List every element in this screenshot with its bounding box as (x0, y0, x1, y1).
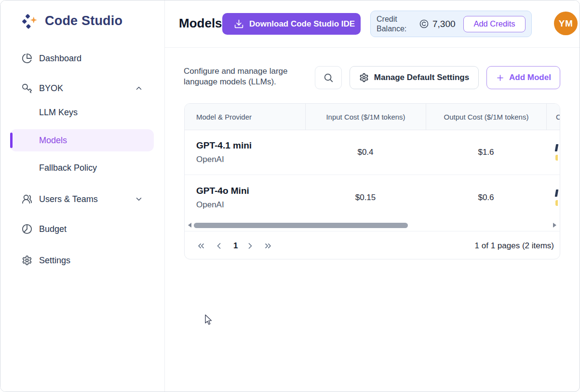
sidebar-item-dashboard[interactable]: Dashboard (0, 49, 165, 68)
horizontal-scrollbar[interactable] (188, 222, 556, 229)
sidebar-item-label: Fallback Policy (39, 163, 97, 173)
clipped-cell-content (546, 130, 560, 175)
sidebar-item-label: Models (39, 135, 67, 146)
pagination-bar: 1 1 of 1 pages (2 items) (185, 231, 560, 259)
table-header-row: Model & Provider Input Cost ($/1M tokens… (185, 104, 560, 130)
scroll-left-arrow-icon[interactable] (188, 223, 191, 228)
table-row[interactable]: GPT-4o Mini OpenAI $0.15 $0.6 (185, 175, 560, 220)
search-icon (323, 72, 334, 83)
pie-chart-icon (22, 53, 32, 64)
manage-default-settings-label: Manage Default Settings (374, 73, 469, 82)
sidebar-item-models[interactable]: Models (0, 129, 165, 151)
code-studio-logo-icon (21, 13, 37, 29)
add-model-label: Add Model (509, 73, 551, 82)
sidebar-item-label: Settings (39, 256, 70, 266)
model-cell: GPT-4o Mini OpenAI (185, 175, 305, 220)
sidebar-item-settings[interactable]: Settings (0, 251, 165, 270)
page-description: Configure and manage large language mode… (184, 66, 287, 87)
first-page-button[interactable] (196, 241, 206, 251)
input-cost-cell: $0.4 (305, 130, 426, 175)
header-divider (165, 47, 580, 48)
input-cost-cell: $0.15 (305, 175, 426, 220)
chevron-up-icon (135, 84, 143, 93)
download-icon (234, 19, 244, 29)
download-ide-label: Download Code Studio IDE (249, 19, 355, 29)
sidebar-item-users-teams[interactable]: Users & Teams (0, 189, 165, 209)
gear-icon (359, 73, 369, 82)
credit-coin-icon (419, 19, 429, 29)
scrollbar-thumb[interactable] (194, 223, 408, 228)
sidebar-item-budget[interactable]: Budget (0, 219, 165, 239)
output-cost-cell: $0.6 (426, 175, 546, 220)
output-cost-cell: $1.6 (426, 130, 546, 175)
model-name: GPT-4o Mini (196, 186, 249, 196)
sidebar-item-label: Budget (39, 224, 67, 234)
model-provider: OpenAI (196, 155, 224, 164)
search-button[interactable] (315, 66, 342, 89)
add-model-button[interactable]: Add Model (486, 66, 560, 89)
pagination-summary: 1 of 1 pages (2 items) (475, 241, 554, 251)
active-item-highlight (10, 129, 154, 151)
description-line-2: language models (LLMs). (184, 77, 276, 86)
sidebar-item-byok[interactable]: BYOK (0, 79, 165, 98)
sidebar-item-label: BYOK (39, 83, 63, 94)
current-page-number[interactable]: 1 (233, 241, 238, 251)
key-icon (22, 83, 32, 94)
avatar[interactable]: YM (554, 12, 578, 35)
plus-icon (496, 73, 505, 82)
previous-page-button[interactable] (214, 241, 224, 251)
clipped-fragment (555, 200, 558, 206)
credit-balance-label: Credit Balance: (377, 14, 414, 34)
sidebar: Code Studio Dashboard BYOK LLM Keys Mode… (0, 0, 165, 392)
gear-icon (22, 255, 32, 266)
clipped-fragment (555, 144, 559, 151)
brand-name: Code Studio (45, 14, 122, 28)
brand-logo: Code Studio (21, 13, 122, 29)
sidebar-item-label: Dashboard (39, 54, 81, 64)
description-line-1: Configure and manage large (184, 67, 287, 76)
clipped-fragment (555, 189, 559, 197)
chevron-down-icon (135, 195, 143, 203)
download-ide-button[interactable]: Download Code Studio IDE (222, 13, 361, 35)
column-header-model-provider: Model & Provider (185, 104, 305, 130)
model-cell: GPT-4.1 mini OpenAI (185, 130, 305, 175)
sidebar-item-fallback-policy[interactable]: Fallback Policy (0, 158, 165, 177)
page-title: Models (179, 16, 222, 31)
add-credits-button[interactable]: Add Credits (463, 16, 526, 32)
clipped-fragment (555, 155, 558, 161)
clipped-cell-content (546, 175, 560, 220)
table-row[interactable]: GPT-4.1 mini OpenAI $0.4 $1.6 (185, 130, 560, 175)
credit-balance-pill: Credit Balance: 7,300 Add Credits (370, 11, 532, 37)
pie-slice-icon (22, 224, 32, 234)
users-icon (22, 194, 32, 204)
last-page-button[interactable] (263, 241, 273, 251)
sparkle-icon (30, 16, 37, 23)
sidebar-item-llm-keys[interactable]: LLM Keys (0, 103, 165, 122)
scroll-right-arrow-icon[interactable] (553, 223, 556, 228)
model-provider: OpenAI (196, 200, 224, 210)
next-page-button[interactable] (245, 241, 255, 251)
model-name: GPT-4.1 mini (196, 140, 252, 151)
column-header-clipped: C (546, 104, 560, 130)
column-header-input-cost: Input Cost ($/1M tokens) (305, 104, 426, 130)
column-header-output-cost: Output Cost ($/1M tokens) (426, 104, 546, 130)
models-table-card: Model & Provider Input Cost ($/1M tokens… (184, 103, 560, 259)
app-window: Code Studio Dashboard BYOK LLM Keys Mode… (0, 0, 580, 392)
credit-amount: 7,300 (432, 19, 456, 29)
mouse-cursor (202, 314, 213, 325)
scrollbar-track[interactable] (194, 223, 551, 228)
sidebar-item-label: LLM Keys (39, 108, 78, 118)
sidebar-item-label: Users & Teams (39, 194, 98, 204)
active-item-accent-bar (10, 133, 13, 148)
manage-default-settings-button[interactable]: Manage Default Settings (350, 66, 479, 89)
